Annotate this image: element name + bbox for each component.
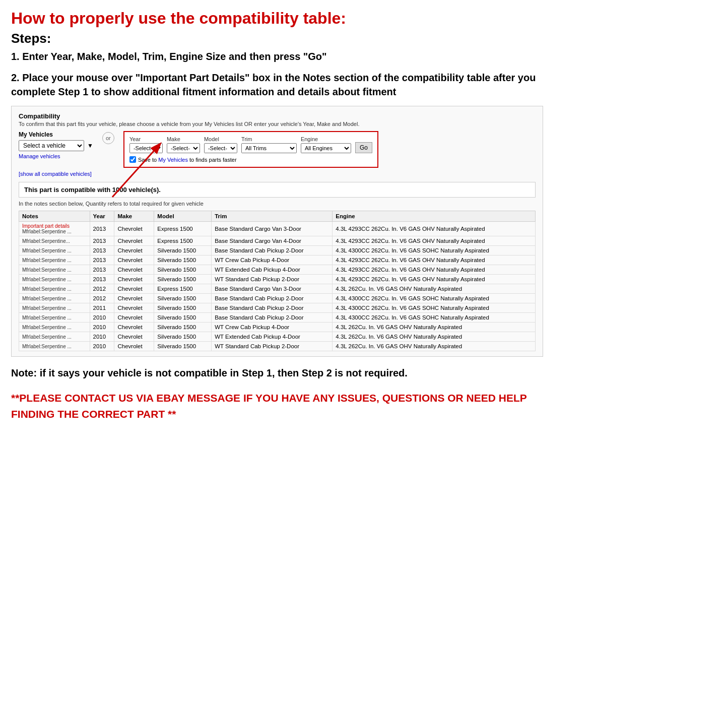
make-select[interactable]: -Select-: [167, 143, 200, 153]
table-row: Mfrlabel:Serpentine ...2013ChevroletSilv…: [19, 265, 536, 275]
my-vehicles-label: My Vehicles: [19, 131, 93, 138]
year-cell: 2012: [90, 284, 114, 294]
year-cell: 2010: [90, 332, 114, 342]
engine-cell: 4.3L 262Cu. In. V6 GAS OHV Naturally Asp…: [333, 284, 536, 294]
or-separator: or: [102, 132, 114, 144]
year-cell: 2013: [90, 265, 114, 275]
quantity-note: In the notes section below, Quantity ref…: [19, 201, 536, 207]
model-cell: Silverado 1500: [154, 265, 212, 275]
table-row: Mfrlabel:Serpentine ...2010ChevroletSilv…: [19, 323, 536, 332]
model-cell: Silverado 1500: [154, 275, 212, 284]
notes-cell: Mfrlabel:Serpentine ...: [19, 303, 90, 313]
select-vehicle-dropdown[interactable]: Select a vehicle: [19, 140, 84, 151]
my-vehicles-save-link[interactable]: My Vehicles: [158, 157, 188, 163]
trim-cell: WT Extended Cab Pickup 4-Door: [212, 265, 333, 275]
table-header-notes: Notes: [19, 211, 90, 222]
notes-cell: Mfrlabel:Serpentine ...: [19, 265, 90, 275]
year-cell: 2010: [90, 342, 114, 351]
step2-text: 2. Place your mouse over "Important Part…: [11, 71, 543, 99]
show-all-link[interactable]: [show all compatible vehicles]: [19, 171, 536, 177]
steps-label: Steps:: [11, 31, 543, 46]
make-cell: Chevrolet: [114, 236, 154, 246]
make-cell: Chevrolet: [114, 246, 154, 256]
make-cell: Chevrolet: [114, 342, 154, 351]
trim-cell: WT Standard Cab Pickup 2-Door: [212, 275, 333, 284]
trim-cell: WT Extended Cab Pickup 4-Door: [212, 332, 333, 342]
table-header-engine: Engine: [333, 211, 536, 222]
table-row: Mfrlabel:Serpentine...2013ChevroletExpre…: [19, 236, 536, 246]
table-header-trim: Trim: [212, 211, 333, 222]
compat-header: Compatibility: [19, 112, 536, 120]
make-cell: Chevrolet: [114, 313, 154, 323]
engine-label: Engine: [301, 136, 351, 142]
engine-cell: 4.3L 4293CC 262Cu. In. V6 GAS OHV Natura…: [333, 236, 536, 246]
table-row: Mfrlabel:Serpentine ...2013ChevroletSilv…: [19, 275, 536, 284]
notes-cell: Mfrlabel:Serpentine ...: [19, 313, 90, 323]
year-cell: 2013: [90, 236, 114, 246]
trim-select[interactable]: All Trims: [241, 143, 297, 153]
model-select[interactable]: -Select-: [204, 143, 237, 153]
trim-cell: WT Standard Cab Pickup 2-Door: [212, 342, 333, 351]
engine-cell: 4.3L 4293CC 262Cu. In. V6 GAS OHV Natura…: [333, 265, 536, 275]
table-row: Mfrlabel:Serpentine ...2012ChevroletExpr…: [19, 284, 536, 294]
notes-cell: Mfrlabel:Serpentine ...: [19, 323, 90, 332]
model-cell: Silverado 1500: [154, 323, 212, 332]
table-row: Mfrlabel:Serpentine ...2010ChevroletSilv…: [19, 332, 536, 342]
engine-cell: 4.3L 4293CC 262Cu. In. V6 GAS OHV Natura…: [333, 275, 536, 284]
save-checkbox[interactable]: [129, 156, 136, 163]
notes-cell: Mfrlabel:Serpentine ...: [19, 332, 90, 342]
trim-cell: Base Standard Cab Pickup 2-Door: [212, 313, 333, 323]
make-cell: Chevrolet: [114, 284, 154, 294]
table-row: Important part detailsMfrlabel:Serpentin…: [19, 222, 536, 236]
year-cell: 2010: [90, 313, 114, 323]
trim-cell: Base Standard Cab Pickup 2-Door: [212, 303, 333, 313]
table-header-model: Model: [154, 211, 212, 222]
engine-cell: 4.3L 4300CC 262Cu. In. V6 GAS SOHC Natur…: [333, 303, 536, 313]
table-header-year: Year: [90, 211, 114, 222]
model-cell: Express 1500: [154, 236, 212, 246]
table-row: Mfrlabel:Serpentine ...2012ChevroletSilv…: [19, 294, 536, 303]
engine-select[interactable]: All Engines: [301, 143, 351, 153]
contact-text: **PLEASE CONTACT US VIA EBAY MESSAGE IF …: [11, 390, 543, 422]
year-cell: 2012: [90, 294, 114, 303]
model-label: Model: [204, 136, 237, 142]
make-label: Make: [167, 136, 200, 142]
model-cell: Express 1500: [154, 284, 212, 294]
table-row: Mfrlabel:Serpentine ...2013ChevroletSilv…: [19, 246, 536, 256]
table-row: Mfrlabel:Serpentine ...2011ChevroletSilv…: [19, 303, 536, 313]
model-cell: Silverado 1500: [154, 294, 212, 303]
trim-cell: Base Standard Cab Pickup 2-Door: [212, 246, 333, 256]
make-cell: Chevrolet: [114, 265, 154, 275]
make-cell: Chevrolet: [114, 332, 154, 342]
engine-cell: 4.3L 4293CC 262Cu. In. V6 GAS OHV Natura…: [333, 222, 536, 236]
engine-cell: 4.3L 262Cu. In. V6 GAS OHV Naturally Asp…: [333, 332, 536, 342]
page-title: How to properly use the compatibility ta…: [11, 9, 543, 28]
table-body: Important part detailsMfrlabel:Serpentin…: [19, 222, 536, 351]
year-cell: 2010: [90, 323, 114, 332]
model-cell: Silverado 1500: [154, 313, 212, 323]
trim-cell: WT Crew Cab Pickup 4-Door: [212, 323, 333, 332]
model-cell: Silverado 1500: [154, 303, 212, 313]
notes-cell: Mfrlabel:Serpentine ...: [19, 275, 90, 284]
compatible-banner: This part is compatible with 1000 vehicl…: [19, 182, 536, 198]
make-cell: Chevrolet: [114, 294, 154, 303]
notes-cell: Mfrlabel:Serpentine ...: [19, 256, 90, 265]
go-button[interactable]: Go: [355, 142, 372, 153]
engine-cell: 4.3L 4300CC 262Cu. In. V6 GAS SOHC Natur…: [333, 294, 536, 303]
trim-cell: WT Crew Cab Pickup 4-Door: [212, 256, 333, 265]
engine-cell: 4.3L 4293CC 262Cu. In. V6 GAS OHV Natura…: [333, 256, 536, 265]
notes-cell: Mfrlabel:Serpentine...: [19, 236, 90, 246]
trim-cell: Base Standard Cab Pickup 2-Door: [212, 294, 333, 303]
engine-cell: 4.3L 4300CC 262Cu. In. V6 GAS SOHC Natur…: [333, 313, 536, 323]
trim-cell: Base Standard Cargo Van 4-Door: [212, 236, 333, 246]
table-header-make: Make: [114, 211, 154, 222]
model-cell: Silverado 1500: [154, 246, 212, 256]
year-cell: 2013: [90, 275, 114, 284]
notes-cell: Mfrlabel:Serpentine ...: [19, 284, 90, 294]
year-select[interactable]: -Select-: [129, 143, 163, 153]
engine-cell: 4.3L 262Cu. In. V6 GAS OHV Naturally Asp…: [333, 342, 536, 351]
manage-vehicles-link[interactable]: Manage vehicles: [19, 153, 93, 159]
compatibility-diagram: Compatibility To confirm that this part …: [11, 106, 543, 357]
table-row: Mfrlabel:Serpentine ...2013ChevroletSilv…: [19, 256, 536, 265]
engine-cell: 4.3L 4300CC 262Cu. In. V6 GAS SOHC Natur…: [333, 246, 536, 256]
